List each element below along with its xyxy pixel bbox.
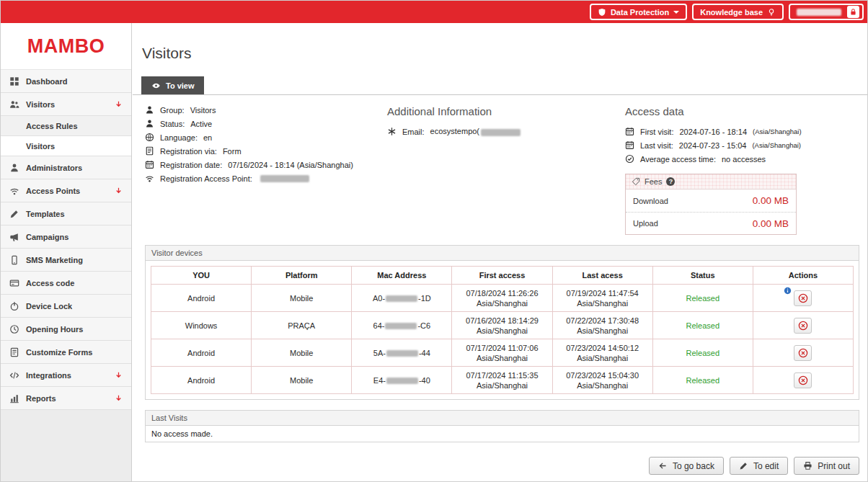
disconnect-device-button[interactable] [794,372,812,388]
device-platform: Mobile [252,339,352,367]
chevron-down-icon [115,394,123,402]
device-status: Released [652,312,753,339]
field-label: Language: [160,133,198,142]
circle-x-icon [798,348,808,358]
edit-label: To edit [753,461,779,471]
sidebar-item-integrations[interactable]: Integrations [1,364,131,387]
field-value: no accesses [722,155,766,164]
megaphone-icon [9,232,19,242]
lightbulb-icon [767,8,776,17]
sidebar-item-label: Access Points [26,187,80,195]
device-first-access: 07/17/2024 11:07:06Asia/Shanghai [452,339,552,367]
pencil-icon [739,461,748,470]
chart-icon [9,393,19,403]
field-label: Registration date: [160,161,222,169]
sidebar-item-label: Device Lock [26,302,72,311]
device-actions [753,285,853,312]
print-button[interactable]: Print out [794,457,859,475]
redacted-mac [386,378,418,384]
col-last-access: Last acess [552,267,652,285]
info-icon[interactable] [784,287,792,295]
go-back-button[interactable]: To go back [649,457,724,475]
device-first-access: 07/17/2024 11:15:35Asia/Shanghai [452,367,552,394]
sidebar-item-dashboard[interactable]: Dashboard [1,70,131,93]
device-row: Android Mobile E4--40 07/17/2024 11:15:3… [151,367,854,394]
sidebar-item-campaigns[interactable]: Campaigns [1,226,131,249]
access-average-time: Average access time: no accesses [625,154,859,164]
sidebar-item-device-lock[interactable]: Device Lock [1,295,131,318]
device-os: Android [151,339,252,367]
footer-actions: To go back To edit Print out [649,457,859,475]
redacted-email [481,129,521,136]
fees-label: Upload [633,219,658,228]
disconnect-device-button[interactable] [794,345,812,361]
sidebar-item-access-code[interactable]: Access code [1,272,131,295]
sidebar-item-visitors-detail[interactable]: Visitors [1,136,131,156]
field-label: Status: [160,120,185,128]
devices-header-row: YOU Platform Mac Address First access La… [151,267,854,285]
tag-icon [632,177,640,186]
device-row: Windows PRAÇA 64--C6 07/16/2024 18:14:29… [151,312,854,339]
device-actions [753,312,853,339]
users-icon [9,99,19,110]
timezone-label: (Asia/Shanghai) [752,141,801,149]
redacted-mac [386,350,418,357]
help-icon[interactable]: ? [666,177,675,186]
wifi-icon [9,186,19,196]
sidebar-item-label: SMS Marketing [26,256,83,264]
profile-field-language: Language: en [145,133,387,142]
tab-label: To view [166,81,195,90]
devices-table: YOU Platform Mac Address First access La… [151,266,854,394]
sidebar-item-opening-hours[interactable]: Opening Hours [1,318,131,341]
section-title-access-data: Access data [625,105,859,117]
sidebar-item-administrators[interactable]: Administrators [1,156,131,179]
fees-header: Fees ? [626,174,796,189]
data-protection-button[interactable]: Data Protection [590,4,687,20]
profile-field-registration-via: Registration via: Form [145,146,387,156]
circle-x-icon [798,375,808,385]
sidebar-item-label: Reports [26,394,56,403]
sidebar-item-access-rules[interactable]: Access Rules [1,116,131,136]
chevron-down-icon [115,187,123,195]
user-icon [9,163,19,173]
sidebar-item-templates[interactable]: Templates [1,202,131,226]
device-mac: 64--C6 [352,312,452,339]
sidebar-item-customize-forms[interactable]: Customize Forms [1,341,131,364]
disconnect-device-button[interactable] [794,318,812,334]
tab-bar: To view [133,76,867,95]
field-value: 2024-07-23 - 15:04 [679,141,747,150]
device-last-access: 07/19/2024 11:47:54Asia/Shanghai [552,285,652,312]
device-platform: Mobile [252,285,352,312]
sidebar-item-access-points[interactable]: Access Points [1,179,131,202]
calendar-icon [625,140,634,150]
field-value: 07/16/2024 - 18:14 (Asia/Shanghai) [228,161,353,169]
calendar-icon [145,160,154,169]
go-back-label: To go back [673,461,714,471]
timezone-label: (Asia/Shanghai) [753,128,802,135]
user-icon [145,105,154,115]
knowledge-base-button[interactable]: Knowledge base [692,4,784,20]
caret-down-icon [673,11,679,14]
sidebar-item-label: Dashboard [26,77,67,86]
disconnect-device-button[interactable] [794,290,812,306]
last-visits-panel: Last Visits No access made. [145,410,859,442]
visitor-devices-panel: Visitor devices YOU Platform Mac Address… [145,245,859,400]
sidebar-item-visitors[interactable]: Visitors [1,93,131,116]
sidebar: MAMBO Dashboard Visitors Access Rules Vi… [1,23,132,481]
mambo-logo: MAMBO [1,23,131,70]
last-visits-title: Last Visits [146,411,859,426]
field-label: Group: [160,106,185,115]
visitor-detail: Group: Visitors Status: Active Language:… [133,95,867,442]
check-circle-icon [625,154,634,164]
sidebar-item-sms-marketing[interactable]: SMS Marketing [1,249,131,272]
col-first-access: First access [452,267,552,285]
form-icon [145,146,154,156]
tab-to-view[interactable]: To view [141,76,204,94]
clock-icon [9,324,19,334]
device-actions [753,367,853,394]
sidebar-item-label: Opening Hours [26,325,83,334]
edit-button[interactable]: To edit [730,457,788,475]
user-menu-button[interactable] [789,4,864,20]
sidebar-item-reports[interactable]: Reports [1,387,131,410]
field-label: Average access time: [640,155,716,164]
